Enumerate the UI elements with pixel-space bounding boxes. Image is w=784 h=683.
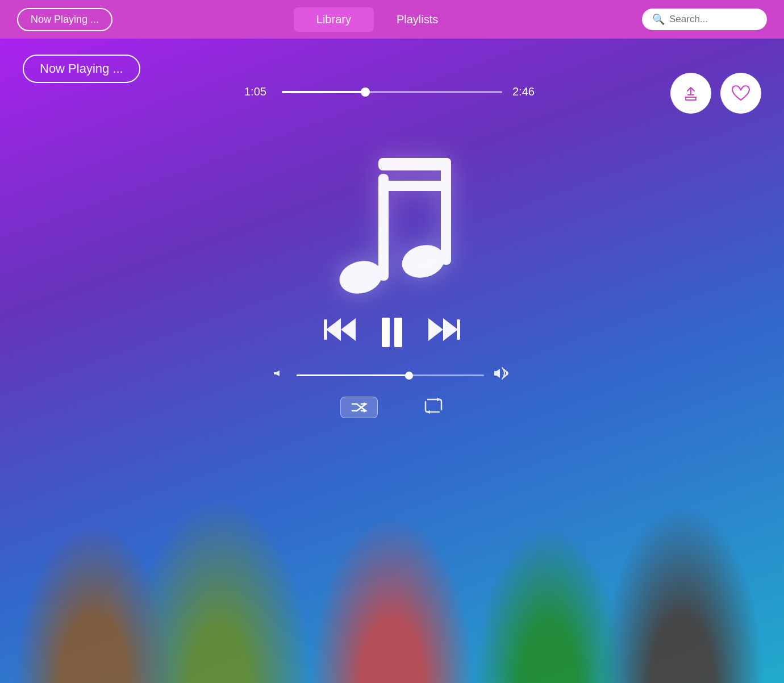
share-icon	[682, 84, 700, 102]
nav-tabs: Library Playlists	[294, 7, 461, 32]
progress-track[interactable]	[282, 91, 502, 93]
action-buttons	[670, 73, 761, 114]
tab-playlists[interactable]: Playlists	[374, 7, 461, 32]
svg-marker-15	[428, 318, 443, 341]
svg-rect-8	[441, 158, 451, 265]
share-button[interactable]	[670, 73, 711, 114]
svg-marker-13	[341, 318, 356, 341]
progress-fill	[282, 91, 365, 93]
progress-thumb	[361, 88, 370, 97]
current-time: 1:05	[244, 85, 272, 98]
volume-high-icon	[493, 365, 511, 385]
volume-row	[273, 365, 511, 385]
pause-button[interactable]	[382, 318, 402, 347]
svg-marker-12	[326, 318, 341, 341]
volume-track[interactable]	[297, 374, 484, 376]
extra-controls	[340, 397, 444, 418]
heart-icon	[731, 85, 750, 102]
svg-rect-2	[685, 97, 697, 98]
player-controls	[323, 317, 461, 348]
volume-fill	[297, 374, 409, 376]
rewind-icon	[323, 317, 359, 342]
repeat-button[interactable]	[423, 397, 444, 418]
fast-forward-icon	[425, 317, 461, 342]
total-time: 2:46	[512, 85, 540, 98]
svg-point-7	[336, 256, 386, 294]
shuffle-icon	[351, 402, 367, 413]
pause-icon	[382, 318, 402, 347]
svg-rect-11	[378, 181, 451, 191]
fast-forward-button[interactable]	[425, 317, 461, 348]
main-player-area: Now Playing ... 1:05 2:46	[0, 39, 784, 683]
svg-rect-5	[685, 99, 697, 101]
music-note-icon	[312, 124, 472, 294]
shuffle-button[interactable]	[340, 397, 378, 418]
volume-mute-icon	[273, 366, 287, 385]
search-input[interactable]	[669, 14, 754, 25]
vol-low-icon	[273, 366, 287, 381]
top-navbar: Now Playing ... Library Playlists 🔍	[0, 0, 784, 39]
svg-point-6	[398, 240, 448, 282]
pause-bar-right	[394, 318, 402, 347]
svg-marker-16	[443, 318, 458, 341]
pause-bar-left	[382, 318, 390, 347]
nav-now-playing-button[interactable]: Now Playing ...	[17, 8, 112, 31]
rewind-button[interactable]	[323, 317, 359, 348]
vol-high-icon-svg	[493, 365, 511, 381]
music-note-display	[312, 124, 472, 294]
svg-rect-10	[378, 158, 451, 170]
svg-rect-17	[457, 319, 460, 340]
now-playing-button[interactable]: Now Playing ...	[23, 55, 140, 83]
volume-thumb	[405, 372, 413, 380]
svg-rect-14	[324, 319, 327, 340]
tab-library[interactable]: Library	[294, 7, 374, 32]
svg-rect-19	[274, 372, 277, 374]
svg-rect-21	[494, 371, 497, 376]
search-bar: 🔍	[642, 9, 767, 30]
progress-area: 1:05 2:46	[244, 85, 540, 98]
search-icon: 🔍	[652, 13, 665, 26]
heart-button[interactable]	[720, 73, 761, 114]
repeat-icon	[423, 397, 444, 414]
